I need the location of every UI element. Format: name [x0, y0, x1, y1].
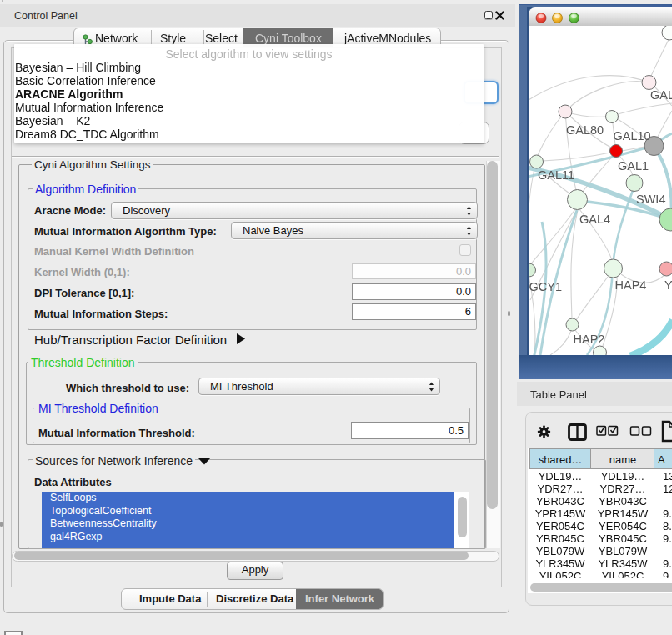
- svg-text:HAP4: HAP4: [615, 278, 647, 292]
- svg-text:GAL2: GAL2: [650, 88, 672, 102]
- svg-text:GAL11: GAL11: [538, 168, 574, 182]
- svg-text:GCY1: GCY1: [529, 280, 563, 293]
- svg-text:HAP2: HAP2: [574, 332, 605, 346]
- svg-text:GAL80: GAL80: [566, 123, 604, 137]
- svg-text:SWI4: SWI4: [636, 192, 665, 206]
- svg-text:GAL1: GAL1: [618, 159, 649, 172]
- svg-text:GAL4: GAL4: [579, 212, 610, 226]
- svg-text:Y: Y: [664, 278, 672, 292]
- svg-text:GAL10: GAL10: [614, 129, 651, 142]
